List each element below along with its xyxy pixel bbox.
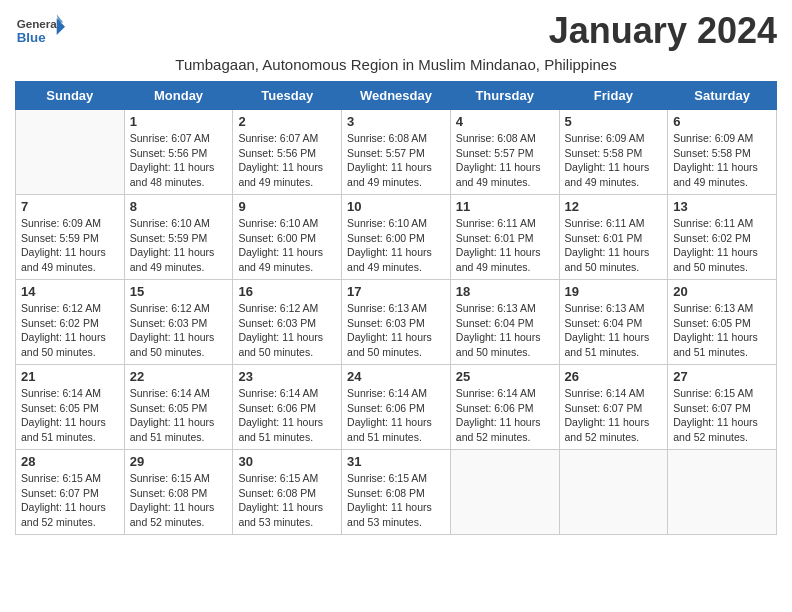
day-header-tuesday: Tuesday xyxy=(233,82,342,110)
day-info: Sunrise: 6:07 AM Sunset: 5:56 PM Dayligh… xyxy=(238,131,336,190)
day-cell: 21Sunrise: 6:14 AM Sunset: 6:05 PM Dayli… xyxy=(16,365,125,450)
day-info: Sunrise: 6:13 AM Sunset: 6:05 PM Dayligh… xyxy=(673,301,771,360)
day-cell: 7Sunrise: 6:09 AM Sunset: 5:59 PM Daylig… xyxy=(16,195,125,280)
day-cell: 23Sunrise: 6:14 AM Sunset: 6:06 PM Dayli… xyxy=(233,365,342,450)
day-cell xyxy=(559,450,668,535)
day-info: Sunrise: 6:12 AM Sunset: 6:03 PM Dayligh… xyxy=(238,301,336,360)
day-info: Sunrise: 6:09 AM Sunset: 5:59 PM Dayligh… xyxy=(21,216,119,275)
day-cell: 9Sunrise: 6:10 AM Sunset: 6:00 PM Daylig… xyxy=(233,195,342,280)
day-number: 15 xyxy=(130,284,228,299)
day-header-thursday: Thursday xyxy=(450,82,559,110)
day-number: 16 xyxy=(238,284,336,299)
logo-icon: General Blue xyxy=(15,10,65,50)
day-number: 22 xyxy=(130,369,228,384)
day-number: 10 xyxy=(347,199,445,214)
day-info: Sunrise: 6:14 AM Sunset: 6:06 PM Dayligh… xyxy=(456,386,554,445)
week-row-1: 1Sunrise: 6:07 AM Sunset: 5:56 PM Daylig… xyxy=(16,110,777,195)
day-number: 23 xyxy=(238,369,336,384)
day-cell: 3Sunrise: 6:08 AM Sunset: 5:57 PM Daylig… xyxy=(342,110,451,195)
day-info: Sunrise: 6:12 AM Sunset: 6:02 PM Dayligh… xyxy=(21,301,119,360)
day-number: 9 xyxy=(238,199,336,214)
day-number: 30 xyxy=(238,454,336,469)
day-cell: 4Sunrise: 6:08 AM Sunset: 5:57 PM Daylig… xyxy=(450,110,559,195)
day-number: 25 xyxy=(456,369,554,384)
day-info: Sunrise: 6:08 AM Sunset: 5:57 PM Dayligh… xyxy=(456,131,554,190)
day-number: 2 xyxy=(238,114,336,129)
day-info: Sunrise: 6:11 AM Sunset: 6:01 PM Dayligh… xyxy=(565,216,663,275)
day-header-friday: Friday xyxy=(559,82,668,110)
day-info: Sunrise: 6:15 AM Sunset: 6:08 PM Dayligh… xyxy=(347,471,445,530)
day-number: 31 xyxy=(347,454,445,469)
day-info: Sunrise: 6:14 AM Sunset: 6:07 PM Dayligh… xyxy=(565,386,663,445)
day-info: Sunrise: 6:09 AM Sunset: 5:58 PM Dayligh… xyxy=(565,131,663,190)
days-header-row: SundayMondayTuesdayWednesdayThursdayFrid… xyxy=(16,82,777,110)
day-number: 12 xyxy=(565,199,663,214)
day-info: Sunrise: 6:09 AM Sunset: 5:58 PM Dayligh… xyxy=(673,131,771,190)
subtitle: Tumbagaan, Autonomous Region in Muslim M… xyxy=(15,56,777,73)
day-number: 26 xyxy=(565,369,663,384)
day-number: 14 xyxy=(21,284,119,299)
day-cell xyxy=(450,450,559,535)
day-info: Sunrise: 6:08 AM Sunset: 5:57 PM Dayligh… xyxy=(347,131,445,190)
day-info: Sunrise: 6:13 AM Sunset: 6:03 PM Dayligh… xyxy=(347,301,445,360)
svg-text:Blue: Blue xyxy=(17,30,46,45)
day-number: 18 xyxy=(456,284,554,299)
day-cell: 10Sunrise: 6:10 AM Sunset: 6:00 PM Dayli… xyxy=(342,195,451,280)
day-header-saturday: Saturday xyxy=(668,82,777,110)
day-cell: 27Sunrise: 6:15 AM Sunset: 6:07 PM Dayli… xyxy=(668,365,777,450)
day-cell: 25Sunrise: 6:14 AM Sunset: 6:06 PM Dayli… xyxy=(450,365,559,450)
week-row-4: 21Sunrise: 6:14 AM Sunset: 6:05 PM Dayli… xyxy=(16,365,777,450)
day-cell: 17Sunrise: 6:13 AM Sunset: 6:03 PM Dayli… xyxy=(342,280,451,365)
day-cell: 20Sunrise: 6:13 AM Sunset: 6:05 PM Dayli… xyxy=(668,280,777,365)
day-cell: 12Sunrise: 6:11 AM Sunset: 6:01 PM Dayli… xyxy=(559,195,668,280)
day-number: 21 xyxy=(21,369,119,384)
day-info: Sunrise: 6:14 AM Sunset: 6:06 PM Dayligh… xyxy=(238,386,336,445)
day-number: 28 xyxy=(21,454,119,469)
day-number: 8 xyxy=(130,199,228,214)
day-info: Sunrise: 6:15 AM Sunset: 6:08 PM Dayligh… xyxy=(238,471,336,530)
header: General Blue January 2024 xyxy=(15,10,777,52)
svg-text:General: General xyxy=(17,17,60,30)
day-number: 20 xyxy=(673,284,771,299)
day-cell: 31Sunrise: 6:15 AM Sunset: 6:08 PM Dayli… xyxy=(342,450,451,535)
logo: General Blue xyxy=(15,10,69,50)
day-info: Sunrise: 6:10 AM Sunset: 5:59 PM Dayligh… xyxy=(130,216,228,275)
day-info: Sunrise: 6:15 AM Sunset: 6:07 PM Dayligh… xyxy=(21,471,119,530)
day-number: 11 xyxy=(456,199,554,214)
day-cell: 28Sunrise: 6:15 AM Sunset: 6:07 PM Dayli… xyxy=(16,450,125,535)
day-cell: 14Sunrise: 6:12 AM Sunset: 6:02 PM Dayli… xyxy=(16,280,125,365)
day-info: Sunrise: 6:14 AM Sunset: 6:05 PM Dayligh… xyxy=(21,386,119,445)
day-info: Sunrise: 6:11 AM Sunset: 6:02 PM Dayligh… xyxy=(673,216,771,275)
day-cell: 29Sunrise: 6:15 AM Sunset: 6:08 PM Dayli… xyxy=(124,450,233,535)
day-header-wednesday: Wednesday xyxy=(342,82,451,110)
day-info: Sunrise: 6:12 AM Sunset: 6:03 PM Dayligh… xyxy=(130,301,228,360)
week-row-2: 7Sunrise: 6:09 AM Sunset: 5:59 PM Daylig… xyxy=(16,195,777,280)
day-number: 19 xyxy=(565,284,663,299)
day-cell: 22Sunrise: 6:14 AM Sunset: 6:05 PM Dayli… xyxy=(124,365,233,450)
day-number: 24 xyxy=(347,369,445,384)
day-cell: 19Sunrise: 6:13 AM Sunset: 6:04 PM Dayli… xyxy=(559,280,668,365)
day-cell: 6Sunrise: 6:09 AM Sunset: 5:58 PM Daylig… xyxy=(668,110,777,195)
day-info: Sunrise: 6:15 AM Sunset: 6:08 PM Dayligh… xyxy=(130,471,228,530)
day-cell xyxy=(668,450,777,535)
day-header-monday: Monday xyxy=(124,82,233,110)
day-info: Sunrise: 6:11 AM Sunset: 6:01 PM Dayligh… xyxy=(456,216,554,275)
day-info: Sunrise: 6:15 AM Sunset: 6:07 PM Dayligh… xyxy=(673,386,771,445)
day-cell: 13Sunrise: 6:11 AM Sunset: 6:02 PM Dayli… xyxy=(668,195,777,280)
day-info: Sunrise: 6:10 AM Sunset: 6:00 PM Dayligh… xyxy=(238,216,336,275)
day-cell: 24Sunrise: 6:14 AM Sunset: 6:06 PM Dayli… xyxy=(342,365,451,450)
day-number: 5 xyxy=(565,114,663,129)
day-info: Sunrise: 6:13 AM Sunset: 6:04 PM Dayligh… xyxy=(456,301,554,360)
week-row-5: 28Sunrise: 6:15 AM Sunset: 6:07 PM Dayli… xyxy=(16,450,777,535)
day-cell: 5Sunrise: 6:09 AM Sunset: 5:58 PM Daylig… xyxy=(559,110,668,195)
day-cell: 8Sunrise: 6:10 AM Sunset: 5:59 PM Daylig… xyxy=(124,195,233,280)
day-header-sunday: Sunday xyxy=(16,82,125,110)
calendar-table: SundayMondayTuesdayWednesdayThursdayFrid… xyxy=(15,81,777,535)
week-row-3: 14Sunrise: 6:12 AM Sunset: 6:02 PM Dayli… xyxy=(16,280,777,365)
day-cell: 1Sunrise: 6:07 AM Sunset: 5:56 PM Daylig… xyxy=(124,110,233,195)
day-number: 4 xyxy=(456,114,554,129)
day-cell xyxy=(16,110,125,195)
day-number: 6 xyxy=(673,114,771,129)
day-cell: 15Sunrise: 6:12 AM Sunset: 6:03 PM Dayli… xyxy=(124,280,233,365)
day-number: 27 xyxy=(673,369,771,384)
